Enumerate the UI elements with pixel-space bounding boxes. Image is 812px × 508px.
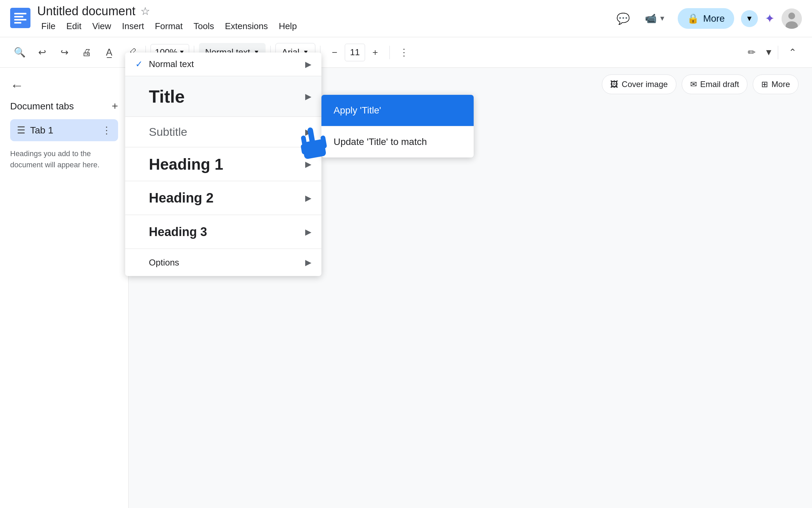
sidebar: ← Document tabs + ☰ Tab 1 ⋮ Headings you… (0, 68, 129, 508)
image-icon: 🖼 (610, 80, 618, 89)
more-button[interactable]: ⊞ More (753, 75, 798, 94)
sidebar-title-text: Document tabs (10, 101, 74, 112)
normal-arrow: ▶ (305, 60, 311, 69)
menu-tools[interactable]: Tools (189, 20, 218, 33)
cover-image-label: Cover image (622, 80, 668, 89)
menu-help[interactable]: Help (275, 20, 301, 33)
more-toolbar-options[interactable]: ⋮ (394, 43, 413, 62)
title-label: Title (149, 86, 305, 107)
avatar[interactable] (782, 8, 802, 29)
h2-arrow: ▶ (305, 193, 311, 203)
print-button[interactable]: 🖨 (77, 43, 96, 62)
toolbar: 🔍 ↩ ↪ 🖨 A̲ 🖌 100% ▼ Normal text ▼ Arial … (0, 37, 812, 68)
sidebar-hint: Headings you add to the document will ap… (10, 148, 118, 170)
meet-button[interactable]: 📹 ▼ (639, 10, 671, 27)
cover-image-button[interactable]: 🖼 Cover image (602, 75, 676, 94)
tab-1[interactable]: ☰ Tab 1 ⋮ (10, 119, 118, 141)
sidebar-title: Document tabs + (10, 100, 118, 112)
update-title-label: Update 'Title' to match (334, 136, 427, 147)
star-icon[interactable]: ☆ (140, 5, 150, 18)
svg-rect-4 (14, 22, 21, 24)
format-subtitle[interactable]: Subtitle ▶ (125, 117, 321, 147)
email-draft-button[interactable]: ✉ Email draft (682, 75, 748, 94)
svg-rect-0 (10, 8, 30, 28)
more-label: More (771, 80, 790, 89)
back-button[interactable]: ← (10, 78, 24, 93)
more-icon: ⊞ (761, 80, 768, 89)
font-size-decrease[interactable]: − (325, 43, 344, 62)
update-title-button[interactable]: Update 'Title' to match (321, 126, 474, 157)
share-label: More (703, 13, 725, 24)
apply-title-button[interactable]: Apply 'Title' (321, 95, 474, 126)
svg-point-6 (788, 13, 795, 19)
share-dropdown-button[interactable]: ▼ (741, 10, 758, 27)
add-tab-button[interactable]: + (112, 100, 118, 112)
title-arrow: ▶ (305, 92, 311, 101)
heading1-label: Heading 1 (149, 155, 305, 173)
meet-dropdown-icon: ▼ (659, 15, 666, 22)
format-menu: ✓ Normal text ▶ Title ▶ Subtitle ▶ Headi… (125, 52, 321, 276)
toolbar-dropdown-icon[interactable]: ▼ (764, 47, 773, 58)
svg-rect-2 (14, 16, 23, 18)
doc-title-area: Untitled document ☆ File Edit View Inser… (37, 4, 607, 33)
font-size-area: − + (325, 43, 385, 62)
format-heading2[interactable]: Heading 2 ▶ (125, 181, 321, 215)
app-icon (10, 8, 30, 29)
format-options[interactable]: Options ▶ (125, 249, 321, 276)
tab-more-button[interactable]: ⋮ (102, 125, 111, 136)
menu-insert[interactable]: Insert (118, 20, 148, 33)
h1-arrow: ▶ (305, 160, 311, 169)
font-size-input[interactable] (345, 44, 365, 61)
heading2-label: Heading 2 (149, 190, 305, 206)
options-arrow: ▶ (305, 258, 311, 267)
options-label: Options (149, 257, 305, 268)
subtitle-label: Subtitle (149, 125, 305, 139)
search-button[interactable]: 🔍 (10, 43, 29, 62)
comment-icon[interactable]: 💬 (614, 9, 633, 28)
tab-icon: ☰ (17, 125, 25, 136)
email-icon: ✉ (690, 80, 697, 89)
collapse-button[interactable]: ⌃ (783, 43, 802, 62)
menu-view[interactable]: View (88, 20, 115, 33)
title-context-menu: Apply 'Title' Update 'Title' to match (321, 95, 474, 157)
menu-extensions[interactable]: Extensions (221, 20, 272, 33)
toolbar-divider-6 (778, 46, 778, 59)
gemini-icon[interactable]: ✦ (765, 12, 775, 26)
apply-title-label: Apply 'Title' (334, 105, 381, 115)
top-right-actions: 💬 📹 ▼ 🔒 More ▼ ✦ (614, 8, 802, 29)
email-draft-label: Email draft (700, 80, 739, 89)
menu-row: File Edit View Insert Format Tools Exten… (37, 20, 607, 33)
undo-button[interactable]: ↩ (32, 43, 51, 62)
format-title[interactable]: Title ▶ (125, 76, 321, 117)
video-icon: 📹 (645, 13, 657, 24)
subtitle-arrow: ▶ (305, 127, 311, 137)
redo-button[interactable]: ↪ (55, 43, 74, 62)
doc-title[interactable]: Untitled document (37, 4, 135, 18)
text-format-button[interactable]: ✏ (742, 43, 761, 62)
menu-file[interactable]: File (37, 20, 60, 33)
font-size-increase[interactable]: + (366, 43, 385, 62)
svg-rect-1 (14, 13, 26, 15)
format-normal-text[interactable]: ✓ Normal text ▶ (125, 52, 321, 76)
heading3-label: Heading 3 (149, 225, 305, 239)
menu-edit[interactable]: Edit (62, 20, 86, 33)
normal-check: ✓ (135, 59, 149, 69)
menu-format[interactable]: Format (151, 20, 187, 33)
lock-icon: 🔒 (687, 13, 699, 24)
toolbar-divider-5 (389, 46, 390, 59)
normal-text-label: Normal text (149, 59, 305, 69)
format-heading1[interactable]: Heading 1 ▶ (125, 147, 321, 181)
h3-arrow: ▶ (305, 227, 311, 237)
format-heading3[interactable]: Heading 3 ▶ (125, 215, 321, 249)
top-bar: Untitled document ☆ File Edit View Inser… (0, 0, 812, 37)
share-button[interactable]: 🔒 More (678, 8, 734, 29)
spellcheck-button[interactable]: A̲ (99, 43, 118, 62)
tab-label: Tab 1 (30, 125, 97, 136)
svg-rect-3 (14, 19, 26, 21)
